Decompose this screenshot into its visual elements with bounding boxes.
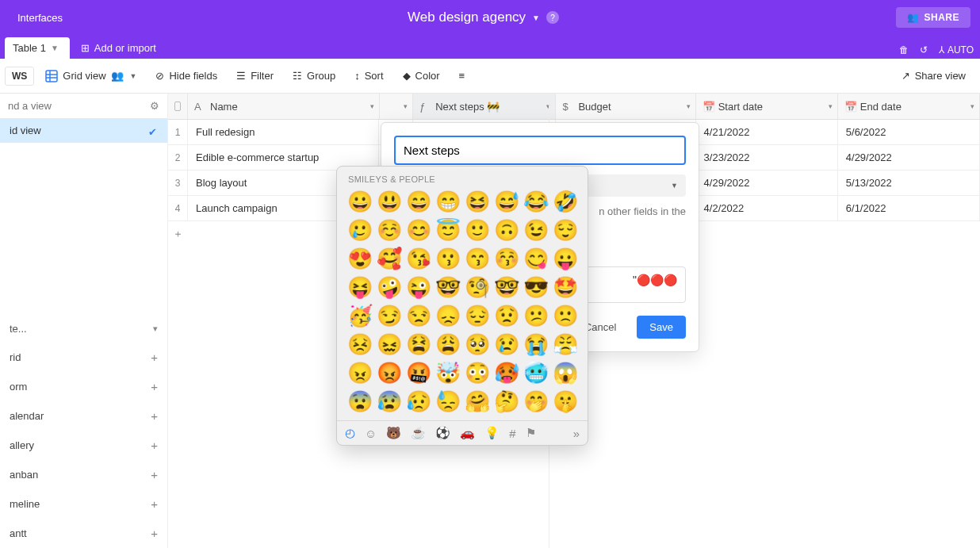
emoji-option[interactable]: 😋	[523, 246, 549, 271]
emoji-option[interactable]: 🙂	[464, 217, 490, 243]
emoji-option[interactable]: 😊	[405, 217, 431, 243]
cell-name[interactable]: Full redesign	[188, 120, 379, 144]
filter-button[interactable]: ☰Filter	[228, 65, 281, 86]
column-name[interactable]: AName▾	[188, 94, 380, 119]
emoji-option[interactable]: 😛	[552, 246, 578, 271]
chevron-down-icon[interactable]: ▾	[404, 102, 408, 110]
emoji-option[interactable]: 😉	[523, 217, 549, 243]
chevron-down-icon[interactable]: ▼	[532, 13, 540, 22]
emoji-option[interactable]: 🤔	[493, 389, 519, 414]
grid-view-selector[interactable]: Grid view 👥▼	[37, 65, 144, 87]
emoji-option[interactable]: 😠	[346, 360, 373, 385]
emoji-option[interactable]: 😚	[493, 246, 519, 271]
cell-start-date[interactable]: 4/29/2022	[696, 171, 838, 195]
emoji-option[interactable]: 😇	[434, 217, 461, 243]
cell-end-date[interactable]: 5/6/2022	[838, 120, 980, 144]
emoji-option[interactable]: 🤩	[552, 274, 578, 300]
emoji-option[interactable]: 😌	[552, 217, 578, 243]
cell-end-date[interactable]: 5/13/2022	[838, 171, 980, 195]
emoji-option[interactable]: ☺️	[376, 217, 402, 243]
smileys-nav-icon[interactable]: ☺	[365, 427, 377, 440]
sidebar-view-type-option[interactable]: antt+	[0, 519, 167, 548]
sort-button[interactable]: ↕Sort	[346, 65, 391, 86]
emoji-option[interactable]: 🤯	[434, 360, 461, 385]
sidebar-view-type-option[interactable]: allery+	[0, 431, 167, 460]
emoji-option[interactable]: 😍	[346, 246, 373, 271]
cell-start-date[interactable]: 3/23/2022	[696, 145, 838, 170]
emoji-option[interactable]: 😡	[376, 360, 402, 385]
share-view-button[interactable]: ↗Share view	[892, 65, 975, 86]
food-nav-icon[interactable]: ☕	[411, 426, 426, 440]
sidebar-view-type-option[interactable]: meline+	[0, 489, 167, 519]
emoji-option[interactable]: 😕	[523, 303, 549, 328]
emoji-option[interactable]: 😔	[464, 303, 490, 328]
emoji-option[interactable]: 😟	[493, 303, 519, 328]
gear-icon[interactable]: ⚙	[150, 100, 159, 112]
tab-table-1[interactable]: Table 1 ▼	[5, 37, 70, 59]
emoji-option[interactable]: 😘	[405, 246, 431, 271]
emoji-option[interactable]: 😢	[493, 331, 519, 357]
emoji-option[interactable]: 😆	[464, 189, 490, 214]
column-budget[interactable]: $Budget▾	[556, 94, 695, 119]
row-height-button[interactable]: ≡	[451, 65, 473, 86]
chevron-down-icon[interactable]: ▼	[130, 72, 137, 80]
emoji-option[interactable]: 😀	[346, 189, 373, 214]
emoji-option[interactable]: 🤣	[552, 189, 578, 214]
emoji-option[interactable]: 🤓	[493, 274, 519, 300]
select-all-column[interactable]	[168, 94, 188, 119]
automations-button[interactable]: ⅄AUTO	[939, 44, 974, 56]
column-next-steps[interactable]: ƒNext steps 🚧▾	[413, 94, 556, 119]
animals-nav-icon[interactable]: 🐻	[386, 426, 401, 440]
flags-nav-icon[interactable]: ⚑	[526, 426, 536, 440]
emoji-option[interactable]: 😓	[434, 389, 461, 414]
emoji-option[interactable]: 🤗	[464, 389, 490, 414]
emoji-option[interactable]: 😅	[493, 189, 519, 214]
emoji-option[interactable]: 😝	[346, 274, 373, 300]
emoji-option[interactable]: 😁	[434, 189, 461, 214]
emoji-option[interactable]: 😫	[405, 331, 431, 357]
emoji-option[interactable]: 😒	[405, 303, 431, 328]
hide-fields-button[interactable]: ⊘Hide fields	[147, 65, 225, 86]
emoji-option[interactable]: 🧐	[464, 274, 490, 300]
sidebar-view-type-option[interactable]: anban+	[0, 460, 167, 489]
emoji-option[interactable]: 🙁	[552, 303, 578, 328]
sidebar-view-grid[interactable]: id view ✔	[0, 118, 167, 143]
emoji-option[interactable]: 🙃	[493, 217, 519, 243]
emoji-option[interactable]: 🤓	[434, 274, 461, 300]
column-start-date[interactable]: 📅Start date▾	[696, 94, 838, 119]
chevron-down-icon[interactable]: ▾	[829, 102, 833, 110]
emoji-option[interactable]: 😄	[405, 189, 431, 214]
emoji-option[interactable]: 😥	[405, 389, 431, 414]
emoji-option[interactable]: 😨	[346, 389, 373, 414]
emoji-option[interactable]: 😭	[523, 331, 549, 357]
emoji-option[interactable]: 😙	[464, 246, 490, 271]
emoji-option[interactable]: 🤫	[552, 389, 578, 414]
emoji-option[interactable]: 😎	[523, 274, 549, 300]
views-sidebar-toggle[interactable]: WS	[5, 67, 34, 86]
cell-start-date[interactable]: 4/2/2022	[696, 196, 838, 220]
emoji-option[interactable]: 😖	[376, 331, 402, 357]
history-icon[interactable]: ↺	[920, 44, 928, 56]
more-nav-icon[interactable]: »	[573, 427, 580, 440]
sidebar-view-type-option[interactable]: rid+	[0, 343, 167, 372]
emoji-option[interactable]: 😂	[523, 189, 549, 214]
cell-end-date[interactable]: 4/29/2022	[838, 145, 980, 170]
emoji-option[interactable]: 😤	[552, 331, 578, 357]
sidebar-view-type-option[interactable]: orm+	[0, 372, 167, 401]
sidebar-view-type-option[interactable]: alendar+	[0, 401, 167, 431]
column-end-date[interactable]: 📅End date▾	[838, 94, 980, 119]
emoji-option[interactable]: 😱	[552, 360, 578, 385]
cell-start-date[interactable]: 4/21/2022	[696, 120, 838, 144]
add-or-import-button[interactable]: ⊞ Add or import	[81, 42, 156, 54]
activity-nav-icon[interactable]: ⚽	[435, 426, 450, 440]
travel-nav-icon[interactable]: 🚗	[460, 426, 475, 440]
emoji-option[interactable]: 😞	[434, 303, 461, 328]
emoji-option[interactable]: 🥶	[523, 360, 549, 385]
recent-icon[interactable]: ◴	[345, 426, 355, 440]
emoji-option[interactable]: 😏	[376, 303, 402, 328]
save-button[interactable]: Save	[637, 316, 686, 339]
column-blank[interactable]: ▾	[380, 94, 414, 119]
field-name-input[interactable]	[394, 136, 686, 165]
find-view-input[interactable]	[8, 100, 119, 112]
share-button[interactable]: 👥 SHARE	[896, 7, 970, 28]
